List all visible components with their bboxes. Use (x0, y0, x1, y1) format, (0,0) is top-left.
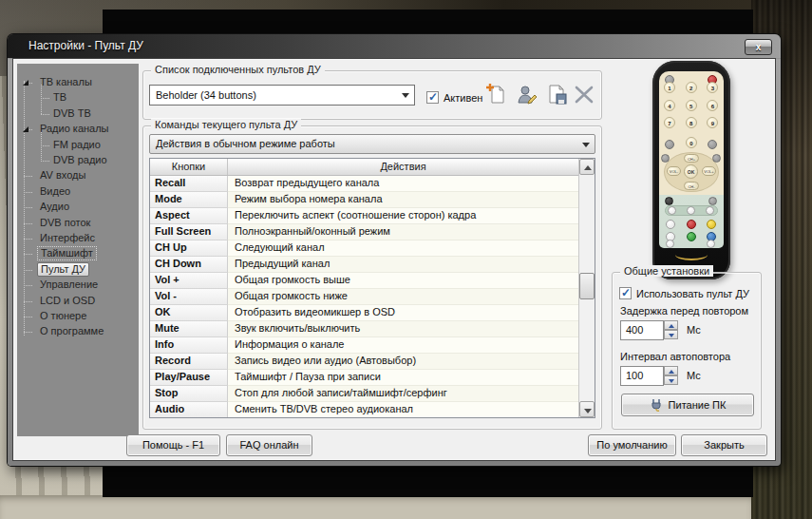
titlebar[interactable]: Настройки - Пульт ДУ x (8, 34, 781, 58)
table-row[interactable]: ModeРежим выбора номера канала (150, 192, 578, 208)
sidebar-item-управление[interactable]: Управление (17, 278, 137, 293)
sidebar-item-тв-каналы[interactable]: ТВ каналы (17, 75, 137, 90)
button-cell[interactable]: Aspect (150, 208, 228, 224)
button-cell[interactable]: Stop (150, 386, 228, 402)
sidebar-item-таймшифт[interactable]: Таймшифт (17, 246, 137, 261)
sidebar-item-тв[interactable]: ТВ (17, 90, 137, 106)
chevron-down-icon[interactable] (582, 143, 590, 147)
table-row[interactable]: AudioСменить ТВ/DVB стерео аудиоканал (150, 402, 578, 417)
button-cell[interactable]: Mute (150, 321, 228, 337)
sidebar-item-dvb-радио[interactable]: DVB радио (17, 153, 137, 168)
sidebar-item-lcd-и-osd[interactable]: LCD и OSD (17, 294, 137, 309)
button-cell[interactable]: Vol - (150, 289, 228, 305)
spin-up-icon[interactable] (664, 366, 678, 375)
action-cell[interactable]: Возврат предыдущего канала (228, 176, 578, 192)
repeat-interval-stepper[interactable] (664, 366, 678, 386)
sidebar-item-о-программе[interactable]: О программе (17, 324, 137, 339)
save-remote-icon[interactable] (546, 83, 569, 106)
tree-expanded-icon[interactable] (23, 126, 28, 132)
button-cell[interactable]: CH Up (150, 240, 228, 257)
tree-expanded-icon[interactable] (23, 80, 28, 86)
table-row[interactable]: OKОтобразить видеомикшер в OSD (150, 305, 578, 321)
button-cell[interactable]: OK (150, 305, 228, 321)
remote-digit-0: 0 (686, 137, 697, 148)
scrollbar-thumb[interactable] (579, 273, 595, 299)
table-row[interactable]: Vol +Общая громкость выше (150, 273, 578, 289)
sidebar-item-fm-радио[interactable]: FM радио (17, 138, 137, 153)
help-button[interactable]: Помощь - F1 (126, 434, 220, 456)
table-row[interactable]: RecordЗапись видео или аудио (Автовыбор) (150, 354, 578, 370)
action-cell[interactable]: Стоп для любой записи/таймшифт/серфинг (228, 386, 578, 402)
defaults-button[interactable]: По умолчанию (588, 434, 676, 456)
remote-select-combobox[interactable]: Beholder (34 buttons) (149, 85, 415, 106)
action-cell[interactable]: Предыдущий канал (228, 257, 578, 273)
close-dialog-button[interactable]: Закрыть (681, 434, 767, 456)
remotes-group-legend: Список подключенных пультов ДУ (151, 64, 325, 75)
scroll-down-icon[interactable] (579, 401, 595, 417)
spin-down-icon[interactable] (664, 375, 678, 385)
sidebar-item-аудио[interactable]: Аудио (17, 200, 137, 215)
sidebar-item-dvb-тв[interactable]: DVB ТВ (17, 106, 137, 122)
action-cell[interactable]: Общая громкость ниже (228, 289, 578, 305)
chevron-down-icon[interactable] (402, 93, 409, 98)
button-cell[interactable]: CH Down (150, 257, 228, 273)
sidebar-item-dvb-поток[interactable]: DVB поток (17, 216, 137, 231)
table-row[interactable]: CH UpСледующий канал (150, 240, 578, 257)
rename-remote-icon[interactable] (516, 83, 538, 106)
column-header-actions[interactable]: Действия (228, 159, 578, 175)
action-cell[interactable]: Таймшифт / Пауза при записи (228, 370, 578, 386)
remote-digit-7: 7 (664, 117, 675, 128)
action-cell[interactable]: Сменить ТВ/DVB стерео аудиоканал (228, 402, 578, 417)
column-header-buttons[interactable]: Кнопки (150, 159, 228, 175)
button-cell[interactable]: Info (150, 337, 228, 354)
sidebar-item-радио-каналы[interactable]: Радио каналы (17, 122, 137, 137)
sidebar-item-пульт-ду[interactable]: Пульт ДУ (17, 262, 137, 278)
button-cell[interactable]: Full Screen (150, 224, 228, 240)
active-checkbox[interactable] (426, 91, 439, 104)
sidebar-item-интерфейс[interactable]: Интерфейс (17, 231, 137, 246)
pc-power-button[interactable]: Питание ПК (621, 394, 754, 416)
action-cell[interactable]: Общая громкость выше (228, 273, 578, 289)
action-cell[interactable]: Отобразить видеомикшер в OSD (228, 305, 578, 321)
table-row[interactable]: InfoИнформация о канале (150, 337, 578, 354)
table-row[interactable]: Full ScreenПолноэкранный/оконный режим (150, 224, 578, 240)
action-cell[interactable]: Следующий канал (228, 240, 578, 257)
table-row[interactable]: Play/PauseТаймшифт / Пауза при записи (150, 370, 578, 386)
faq-button[interactable]: FAQ онлайн (226, 434, 312, 456)
table-row[interactable]: RecallВозврат предыдущего канала (150, 176, 578, 192)
new-remote-icon[interactable] (485, 83, 508, 106)
button-cell[interactable]: Play/Pause (150, 370, 228, 386)
repeat-delay-stepper[interactable] (664, 320, 678, 340)
button-cell[interactable]: Record (150, 354, 228, 370)
scroll-up-icon[interactable] (579, 159, 595, 175)
button-cell[interactable]: Vol + (150, 273, 228, 289)
repeat-interval-input[interactable]: 100 (620, 366, 664, 386)
action-cell[interactable]: Полноэкранный/оконный режим (228, 224, 578, 240)
table-scrollbar[interactable] (578, 159, 595, 417)
pc-power-button-label: Питание ПК (669, 399, 727, 411)
action-cell[interactable]: Запись видео или аудио (Автовыбор) (228, 354, 578, 370)
table-row[interactable]: StopСтоп для любой записи/таймшифт/серфи… (150, 386, 578, 402)
spin-down-icon[interactable] (664, 330, 678, 339)
button-cell[interactable]: Mode (150, 192, 228, 208)
sidebar-item-о-тюнере[interactable]: О тюнере (17, 309, 137, 324)
table-row[interactable]: AspectПереключить аспект (соотношение ст… (150, 208, 578, 224)
table-row[interactable]: CH DownПредыдущий канал (150, 257, 578, 273)
repeat-delay-input[interactable]: 400 (620, 320, 664, 340)
sidebar-item-видео[interactable]: Видео (17, 184, 137, 200)
button-cell[interactable]: Audio (150, 402, 228, 417)
sidebar-item-av-входы[interactable]: AV входы (17, 168, 137, 183)
table-row[interactable]: MuteЗвук включить/выключить (150, 321, 578, 337)
table-row[interactable]: Vol -Общая громкость ниже (150, 289, 578, 305)
mode-select-combobox[interactable]: Действия в обычном режиме работы (149, 134, 595, 154)
action-cell[interactable]: Звук включить/выключить (228, 321, 578, 337)
spin-up-icon[interactable] (664, 320, 678, 330)
close-button[interactable]: x (745, 39, 772, 55)
button-cell[interactable]: Recall (150, 176, 228, 192)
use-remote-checkbox[interactable] (619, 287, 632, 299)
action-cell[interactable]: Режим выбора номера канала (228, 192, 578, 208)
delete-remote-icon[interactable] (573, 83, 595, 106)
remote-digit-3: 3 (707, 82, 718, 93)
action-cell[interactable]: Информация о канале (228, 337, 578, 354)
action-cell[interactable]: Переключить аспект (соотношение сторон) … (228, 208, 578, 224)
